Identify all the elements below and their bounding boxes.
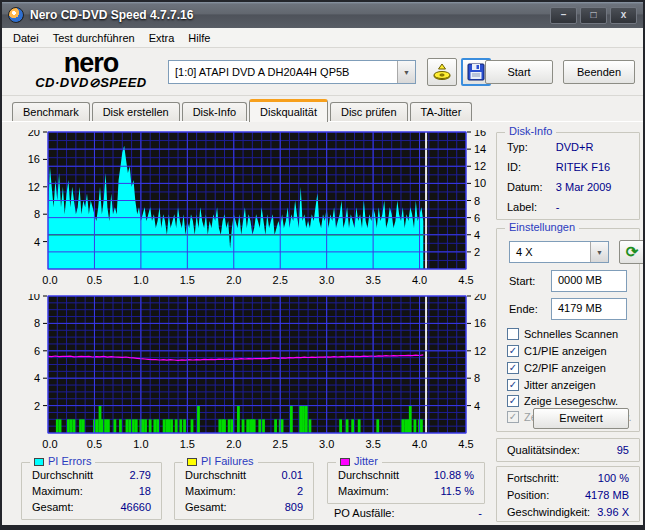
drive-select[interactable]: [1:0] ATAPI DVD A DH20A4H QP5B ▼ [168,60,416,84]
progress-label: Fortschritt: [507,472,598,484]
checkbox-label: Zeige Lesegeschw. [524,395,618,407]
tab-disk-info[interactable]: Disk-Info [182,102,247,122]
jitter-swatch-icon [340,458,350,466]
x-axis-tick-label: 0.5 [87,438,102,450]
right-axis-tick-label: 12 [474,345,486,357]
left-axis-tick-label: 10 [28,294,40,302]
checkbox-icon: ✓ [507,379,519,391]
right-axis-tick-label: 4 [474,229,480,241]
minimize-button[interactable]: – [550,7,577,24]
left-axis-tick-label: 12 [28,181,40,193]
x-axis-tick-label: 0.0 [42,274,57,286]
tab-bar: Benchmark Disk erstellen Disk-Info Diskq… [12,99,643,122]
x-axis-tick-label: 0.5 [87,274,102,286]
checkbox-lesegeschw[interactable]: ✓Zeige Lesegeschw. [507,393,633,408]
start-mb-label: Start: [509,275,535,287]
checkbox-schnelles-scannen[interactable]: ✓Schnelles Scannen [507,326,633,341]
disk-type-label: Typ: [507,141,556,153]
right-axis-tick-label: 6 [474,212,480,224]
window-title: Nero CD-DVD Speed 4.7.7.16 [30,8,547,22]
tab-diskqualitaet[interactable]: Diskqualität [249,99,328,122]
disk-type-value: DVD+R [556,141,629,153]
quit-button[interactable]: Beenden [563,60,635,84]
menu-hilfe[interactable]: Hilfe [181,30,217,46]
menu-extra[interactable]: Extra [142,30,182,46]
checkbox-icon: ✓ [507,362,519,374]
pie-total-value: 46660 [120,501,151,513]
checkbox-label: C1/PIE anzeigen [524,345,607,357]
speed-select[interactable]: 4 X ▼ [509,241,609,263]
checkbox-jitter[interactable]: ✓Jitter anzeigen [507,377,633,392]
settings-group: Einstellungen 4 X ▼ ⟳ Start: 0000 MB End… [496,228,640,432]
end-mb-field[interactable]: 4179 MB [551,298,627,320]
start-mb-field[interactable]: 0000 MB [551,270,627,292]
left-axis-tick-label: 20 [28,130,40,138]
end-mb-label: Ende: [509,303,538,315]
x-axis-tick-label: 1.0 [133,438,148,450]
right-axis-tick-label: 10 [474,177,486,189]
maximize-button[interactable]: □ [580,7,607,24]
tab-ta-jitter[interactable]: TA-Jitter [410,102,473,122]
settings-title: Einstellungen [505,221,579,233]
jitter-max-value: 11.5 % [441,485,474,497]
x-axis-tick-label: 3.0 [319,438,334,450]
x-axis-tick-label: 3.5 [365,274,380,286]
chevron-down-icon[interactable]: ▼ [590,242,608,262]
right-axis-tick-label: 2 [474,246,480,258]
disk-label-label: Label: [507,201,556,213]
start-button[interactable]: Start [485,60,553,84]
x-axis-tick-label: 2.0 [226,274,241,286]
app-window: Nero CD-DVD Speed 4.7.7.16 – □ x Datei T… [0,0,645,530]
x-axis-tick-label: 4.5 [458,274,473,286]
refresh-disc-button[interactable]: ⟳ [619,240,645,264]
pi-errors-stats-title: PI Errors [30,455,95,467]
jitter-stats-title: Jitter [336,455,382,467]
right-axis-tick-label: 16 [474,317,486,329]
chevron-down-icon[interactable]: ▼ [397,61,415,83]
tab-benchmark[interactable]: Benchmark [12,102,90,122]
menu-bar: Datei Test durchführen Extra Hilfe [2,28,643,48]
tab-disc-pruefen[interactable]: Disc prüfen [330,102,408,122]
save-icon [467,63,485,81]
menu-test-durchfuehren[interactable]: Test durchführen [46,30,142,46]
disk-id-value: RITEK F16 [556,161,629,173]
title-bar[interactable]: Nero CD-DVD Speed 4.7.7.16 – □ x [2,2,643,28]
speed-label: Geschwindigkeit: [507,506,597,518]
tab-disk-erstellen[interactable]: Disk erstellen [92,102,180,122]
pif-total-label: Gesamt: [185,501,285,513]
checkbox-icon: ✓ [507,328,519,340]
eject-disc-button[interactable] [427,58,457,86]
progress-group: Fortschritt:100 % Position:4178 MB Gesch… [496,466,640,522]
right-axis-tick-label: 8 [474,372,480,384]
x-axis-tick-label: 2.5 [273,438,288,450]
checkbox-label: Jitter anzeigen [524,379,596,391]
position-value: 4178 MB [585,489,629,501]
pie-avg-label: Durchschnitt [32,469,130,481]
advanced-button[interactable]: Erweitert [533,408,629,429]
po-failures-row: PO Ausfälle: - [334,507,482,519]
x-axis-tick-label: 2.5 [273,274,288,286]
checkbox-icon: ✓ [507,411,519,423]
close-button[interactable]: x [610,7,637,24]
menu-datei[interactable]: Datei [6,30,46,46]
right-axis-tick-label: 16 [474,130,486,138]
nero-logo: nero CD·DVD⊘SPEED [16,51,166,90]
pi-errors-chart: 481216202468101214160.00.51.01.52.02.53.… [18,130,496,290]
drive-select-value: [1:0] ATAPI DVD A DH20A4H QP5B [169,66,397,78]
pi-failures-stats-title: PI Failures [183,455,258,467]
app-icon [8,7,24,23]
x-axis-tick-label: 2.0 [226,438,241,450]
pie-total-label: Gesamt: [32,501,120,513]
checkbox-c2-pif[interactable]: ✓C2/PIF anzeigen [507,360,633,375]
disk-info-group: Disk-Info Typ:DVD+R ID:RITEK F16 Datum:3… [496,132,640,220]
pi-errors-swatch-icon [34,458,44,466]
checkbox-label: C2/PIF anzeigen [524,362,606,374]
checkbox-c1-pie[interactable]: ✓C1/PIE anzeigen [507,343,633,358]
pif-avg-label: Durchschnitt [185,469,282,481]
checkbox-icon: ✓ [507,345,519,357]
po-failures-label: PO Ausfälle: [334,507,478,519]
pi-failures-swatch-icon [187,458,197,466]
left-axis-tick-label: 8 [34,317,40,329]
jitter-avg-label: Durchschnitt [338,469,434,481]
quality-index-value: 95 [617,444,629,456]
